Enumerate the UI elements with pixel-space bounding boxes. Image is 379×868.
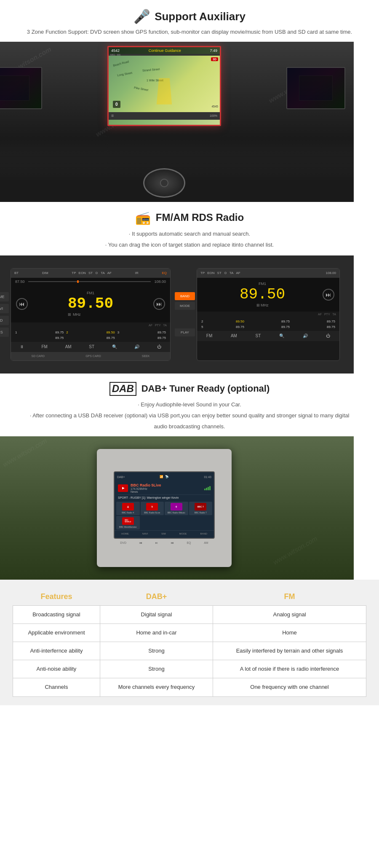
dab-bullet-1: · Enjoy Audiophile-level Sound in your C… [25,399,354,410]
radio-fm1-right: FM1 [202,282,323,286]
car-unit-controls: DVD ⏮ ⏯ ⏭ EQ AM [114,541,215,544]
auxiliary-description: 3 Zone Function Support: DVD screen show… [25,28,354,37]
radio-freq-display-right: FM1 89.50 ⊞ MHz ⏭ [197,278,339,312]
table-row: Anti-noise ability Strong A lot of nosie… [13,660,366,678]
station-logo: ▶ [118,484,128,492]
dab-ch-world: BBCWORLD BBC WorldService [116,516,140,529]
gps-map-area: Beach Road Long Street Strand Street 1 W… [109,56,220,112]
radio-presets-left: 189.75 289.50 389.75 89.75 89.75 89.75 [11,328,170,342]
radio-forward-btn[interactable]: ⏭ [153,298,165,310]
signal-icon: 📡 [165,475,169,478]
radio-power-right: ⏻ [326,333,330,338]
radio-mhz: ⊞MHz [68,312,113,317]
gps-num1: 4542 [111,48,120,53]
radio-eq-label: EQ [162,271,167,275]
comparison-tbody: Broadcasting signal Digital signal Analo… [13,605,366,696]
radio-dim-label: DIM [42,271,48,275]
dab-watermark-1: www.witson.com [1,437,48,468]
radio-unit-left-container: HOME NAVI DVD AMS BT DIM TPEONST⊙TAAF IR… [0,268,171,361]
gps-screen: 4542 Continue Guidance 7:49 M61M6 Beach … [107,46,221,126]
bbc6-logo: 6 [171,503,182,511]
dab-broadcasting: Digital signal [100,605,213,623]
preset-r-5: 89.75 [246,325,291,329]
radio-freq-range: 87.50 108.00 [11,278,170,285]
bbc4-logo: 4 [122,503,134,511]
dab-ch-7: BBC 7 BBC Radio 7 [189,502,213,515]
nav-home: HOME [0,292,9,301]
radio-rewind-btn[interactable]: ⏮ [16,298,28,310]
feature-broadcasting: Broadcasting signal [13,605,100,623]
dab-watermark-2: www.witson.com [272,535,318,566]
radio-freq-display-left: ⏮ FM1 89.50 ⊞MHz ⏭ [11,285,170,322]
dab-channels: More channels every frequency [100,678,213,696]
preset-r-6: 89.75 [291,325,336,329]
mode-btn[interactable]: MODE [175,302,195,310]
signal-strength [204,486,211,490]
nav-navi: NAVI [0,304,9,313]
radio-pause-icon: ⏸ [20,344,24,349]
dab-station-row: ▶ BBC Radio 5Live 174.928MHz News [118,483,211,493]
radio-pty-row: AFPTYTA [11,322,170,328]
radio-presets-right: 289.50 89.75 89.75 589.75 89.75 89.75 [197,317,339,331]
dab-image-area: www.witson.com www.witson.com DAB+ 📶 📡 0… [0,436,354,580]
mic-icon: 🎤 [133,8,150,24]
radio-controls-right: FM AM ST 🔍 🔊 ⏻ [197,331,339,341]
radio-seek-label: SEEK [142,355,150,357]
radio-unit-left: BT DIM TPEONST⊙TAAF IR EQ 87.50 108.00 ⏮ [11,268,171,361]
preset-1: 189.75 [14,330,64,335]
radio-fm-right: FM [206,333,212,338]
radio-bottom-bar-left: SD CARD GPS CARD SEEK [11,352,170,360]
dab-ch-5live: 5 BBC Radio 5Live [141,502,164,515]
preset-r-1: 289.50 [200,319,245,324]
auxiliary-image: www.witson.com www.witson.com www.witson… [0,42,354,202]
fm-noise: A lot of nosie if there is radio interfe… [213,660,366,678]
gps-3d-badge: 3D [211,57,218,61]
radio-bullets: · It supports automatic search and manua… [25,228,354,250]
radio-vol-icon: 🔊 [134,344,139,349]
radio-unit-right-container: BAND MODE PLAY TPEONST⊙TAAF 108.00 FM1 8… [175,268,340,361]
feature-interference: Anti-interfernce ability [13,642,100,660]
radio-gpscard-label: GPS CARD [85,355,101,357]
nav-dvd: DVD [0,316,9,325]
auxiliary-section: 🎤 Support Auxiliary 3 Zone Function Supp… [0,0,379,37]
bbc5-label: BBC Radio 5Live [144,511,160,514]
radio-left-nav: HOME NAVI DVD AMS [0,292,9,337]
col-header-fm: FM [213,588,366,606]
auxiliary-icon-area: 🎤 Support Auxiliary [25,8,354,24]
fm-environment: Home [213,623,366,642]
preset-3: 389.75 [117,330,167,335]
dab-bullet-2: · After connecting a USB DAB receiver (o… [25,410,354,432]
radio-search-right: 🔍 [279,333,284,338]
dab-time: 01:43 [204,476,211,478]
radio-search-icon: 🔍 [112,344,117,349]
feature-environment: Applicable environment [13,623,100,642]
preset-4: 89.75 [14,336,64,340]
wifi-icon: 📶 [160,475,163,478]
right-monitor-screen [287,68,344,108]
radio-am-right: AM [231,333,237,338]
gps-continue: Continue Guidance [149,48,181,53]
fm-channels: One frequency with one channel [213,678,366,696]
col-header-features: Features [13,588,100,606]
dab-screen-top-bar: DAB+ 📶 📡 01:43 [115,472,214,481]
band-btn[interactable]: BAND [175,292,195,300]
radio-freq-left: 87.50 [15,279,25,284]
dab-screen-nav: HOME NAVI SIM MODE BAND [115,530,214,536]
gps-num2: 4545 [211,105,218,108]
feature-channels: Channels [13,678,100,696]
gps-time: 7:49 [210,48,217,53]
play-btn[interactable]: PLAY [175,328,195,336]
radio-freq-right-center: FM1 89.50 ⊞ MHz [202,282,323,307]
radio-pty-row-right: AFPTYTA [197,312,339,317]
table-row: Anti-interfernce ability Strong Easily i… [13,642,366,660]
dab-station-name: BBC Radio 5Live [131,483,161,487]
preset-r-4: 589.75 [200,325,245,329]
bbc7-logo: BBC 7 [195,503,206,511]
radio-section: 📻 FM/AM RDS Radio · It supports automati… [0,202,379,250]
dab-show-info: SPORT - RUGBY [1]: Warrington winger Kev… [118,494,211,499]
radio-power-icon: ⏻ [157,344,161,349]
radio-unit-right: TPEONST⊙TAAF 108.00 FM1 89.50 ⊞ MHz ⏭ AF… [197,268,340,361]
dab-plus-label: DAB+ [117,476,125,478]
radio-forward-btn-right[interactable]: ⏭ [323,289,334,301]
radio-image-area: HOME NAVI DVD AMS BT DIM TPEONST⊙TAAF IR… [0,255,354,374]
